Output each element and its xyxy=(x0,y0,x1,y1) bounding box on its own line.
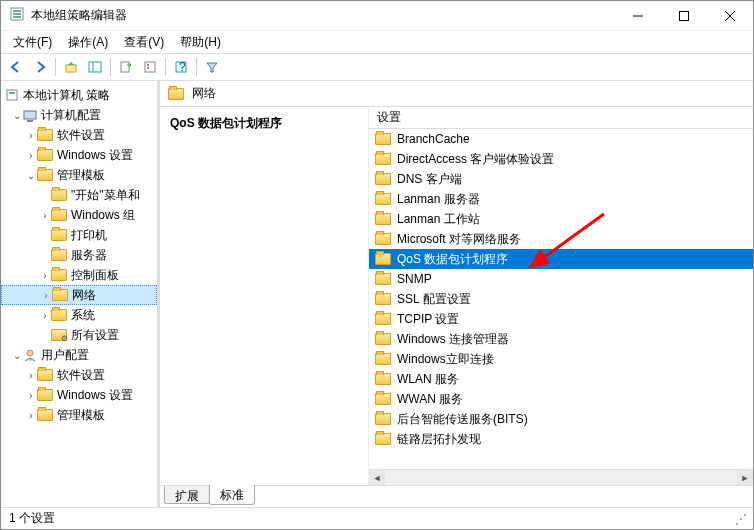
tree-label: 用户配置 xyxy=(41,347,89,364)
list-item[interactable]: 后台智能传送服务(BITS) xyxy=(369,409,753,429)
svg-rect-20 xyxy=(27,120,33,122)
tree-admin-templates-user[interactable]: ›管理模板 xyxy=(1,405,157,425)
tree-computer-config[interactable]: ⌄ 计算机配置 xyxy=(1,105,157,125)
minimize-button[interactable] xyxy=(615,1,661,31)
column-header-settings[interactable]: 设置 xyxy=(369,107,753,129)
list-item[interactable]: Lanman 工作站 xyxy=(369,209,753,229)
list-item[interactable]: DNS 客户端 xyxy=(369,169,753,189)
tree-control-panel[interactable]: ›控制面板 xyxy=(1,265,157,285)
tree-label: 服务器 xyxy=(71,247,107,264)
detail-pane: 网络 QoS 数据包计划程序 设置 BranchCacheDirectAcces… xyxy=(159,81,753,507)
tree-windows-settings-user[interactable]: ›Windows 设置 xyxy=(1,385,157,405)
horizontal-scrollbar[interactable]: ◄ ► xyxy=(369,469,753,485)
filter-button[interactable] xyxy=(201,56,223,78)
list-item[interactable]: Windows立即连接 xyxy=(369,349,753,369)
tree-start-menu[interactable]: "开始"菜单和 xyxy=(1,185,157,205)
tree-software-settings[interactable]: ›软件设置 xyxy=(1,125,157,145)
detail-heading: QoS 数据包计划程序 xyxy=(170,115,358,132)
twisty-icon[interactable]: › xyxy=(25,150,37,161)
folder-icon xyxy=(375,193,391,205)
folder-icon xyxy=(375,413,391,425)
tree-all-settings[interactable]: 所有设置 xyxy=(1,325,157,345)
tree-label: 软件设置 xyxy=(57,367,105,384)
back-button[interactable] xyxy=(5,56,27,78)
scroll-right-button[interactable]: ► xyxy=(737,470,753,485)
tree-label: 系统 xyxy=(71,307,95,324)
folder-icon xyxy=(51,189,67,201)
policy-icon xyxy=(5,88,19,102)
twisty-icon[interactable]: › xyxy=(40,290,52,301)
tree-server[interactable]: 服务器 xyxy=(1,245,157,265)
twisty-icon[interactable]: › xyxy=(39,310,51,321)
help-button[interactable]: ? xyxy=(170,56,192,78)
twisty-icon[interactable]: › xyxy=(25,410,37,421)
svg-rect-11 xyxy=(121,62,129,72)
twisty-icon[interactable]: › xyxy=(25,390,37,401)
list-item-label: 链路层拓扑发现 xyxy=(397,431,481,448)
settings-list[interactable]: BranchCacheDirectAccess 客户端体验设置DNS 客户端La… xyxy=(369,129,753,469)
tree-windows-settings[interactable]: ›Windows 设置 xyxy=(1,145,157,165)
tab-extended[interactable]: 扩展 xyxy=(164,486,210,504)
tree-admin-templates[interactable]: ⌄管理模板 xyxy=(1,165,157,185)
svg-point-13 xyxy=(147,64,149,66)
svg-text:?: ? xyxy=(179,60,186,74)
tree-root[interactable]: 本地计算机 策略 xyxy=(1,85,157,105)
list-item[interactable]: QoS 数据包计划程序 xyxy=(369,249,753,269)
menu-action[interactable]: 操作(A) xyxy=(60,32,116,53)
tab-standard[interactable]: 标准 xyxy=(209,485,255,505)
tree-label: 计算机配置 xyxy=(41,107,101,124)
export-button[interactable] xyxy=(115,56,137,78)
list-item-label: WLAN 服务 xyxy=(397,371,459,388)
menu-file[interactable]: 文件(F) xyxy=(5,32,60,53)
toolbar-separator xyxy=(196,58,197,76)
list-item[interactable]: Microsoft 对等网络服务 xyxy=(369,229,753,249)
tree-user-config[interactable]: ⌄ 用户配置 xyxy=(1,345,157,365)
list-item[interactable]: WWAN 服务 xyxy=(369,389,753,409)
tree-system[interactable]: ›系统 xyxy=(1,305,157,325)
list-item[interactable]: Lanman 服务器 xyxy=(369,189,753,209)
twisty-icon[interactable]: › xyxy=(39,270,51,281)
list-item[interactable]: DirectAccess 客户端体验设置 xyxy=(369,149,753,169)
twisty-icon[interactable]: › xyxy=(25,370,37,381)
twisty-icon[interactable]: › xyxy=(25,130,37,141)
folder-icon xyxy=(375,393,391,405)
statusbar: 1 个设置 ⋰ xyxy=(1,507,753,529)
list-item[interactable]: Windows 连接管理器 xyxy=(369,329,753,349)
show-hide-tree-button[interactable] xyxy=(84,56,106,78)
list-item[interactable]: SSL 配置设置 xyxy=(369,289,753,309)
maximize-button[interactable] xyxy=(661,1,707,31)
tree-software-settings-user[interactable]: ›软件设置 xyxy=(1,365,157,385)
forward-button[interactable] xyxy=(29,56,51,78)
detail-tabs: 扩展 标准 xyxy=(160,485,753,507)
tree-network[interactable]: ›网络 xyxy=(1,285,157,305)
close-button[interactable] xyxy=(707,1,753,31)
twisty-icon[interactable]: ⌄ xyxy=(11,350,23,361)
list-item[interactable]: WLAN 服务 xyxy=(369,369,753,389)
scroll-track[interactable] xyxy=(385,470,737,485)
list-item-label: SSL 配置设置 xyxy=(397,291,471,308)
up-button[interactable] xyxy=(60,56,82,78)
list-item[interactable]: SNMP xyxy=(369,269,753,289)
menu-help[interactable]: 帮助(H) xyxy=(172,32,229,53)
tree-pane[interactable]: 本地计算机 策略 ⌄ 计算机配置 ›软件设置 ›Windows 设置 ⌄管理模板… xyxy=(1,81,159,507)
folder-icon xyxy=(37,369,53,381)
folder-icon xyxy=(375,433,391,445)
twisty-icon[interactable]: › xyxy=(39,210,51,221)
resize-grip-icon[interactable]: ⋰ xyxy=(735,512,745,526)
tree-printer[interactable]: 打印机 xyxy=(1,225,157,245)
list-item-label: Windows立即连接 xyxy=(397,351,494,368)
menu-view[interactable]: 查看(V) xyxy=(116,32,172,53)
twisty-icon[interactable]: ⌄ xyxy=(25,170,37,181)
svg-rect-12 xyxy=(145,62,155,72)
list-item[interactable]: 链路层拓扑发现 xyxy=(369,429,753,449)
list-item-label: WWAN 服务 xyxy=(397,391,463,408)
twisty-icon[interactable]: ⌄ xyxy=(11,110,23,121)
properties-button[interactable] xyxy=(139,56,161,78)
list-item-label: 后台智能传送服务(BITS) xyxy=(397,411,528,428)
folder-icon xyxy=(375,273,391,285)
list-item[interactable]: BranchCache xyxy=(369,129,753,149)
scroll-left-button[interactable]: ◄ xyxy=(369,470,385,485)
detail-path-label: 网络 xyxy=(192,85,216,102)
tree-windows-components[interactable]: ›Windows 组 xyxy=(1,205,157,225)
list-item[interactable]: TCPIP 设置 xyxy=(369,309,753,329)
